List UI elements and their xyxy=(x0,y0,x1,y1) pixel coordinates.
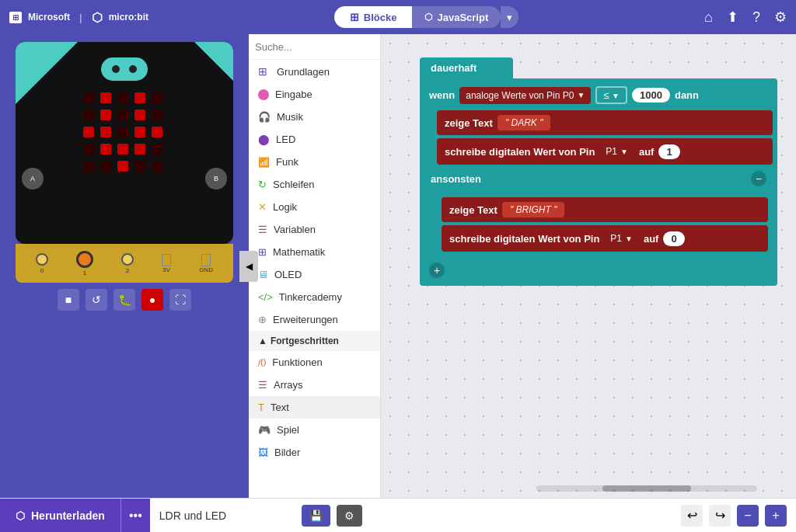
schreibe-digital-label: schreibe digitalen Wert von Pin xyxy=(445,146,595,158)
sim-corner-tl xyxy=(16,42,78,104)
tab-js-button[interactable]: ⬡ JavaScript xyxy=(412,6,501,28)
led-4-1 xyxy=(100,161,111,172)
pin-p1-dropdown-1[interactable]: P1 ▼ xyxy=(599,143,634,160)
eingabe-dot xyxy=(258,89,269,100)
sidebar-item-grundlagen[interactable]: ⊞ Grundlagen xyxy=(249,60,380,83)
share-icon[interactable]: ⬆ xyxy=(727,9,738,26)
zoom-out-button[interactable]: − xyxy=(737,505,759,527)
main-area: A B 0 1 2 3V GND xyxy=(0,34,796,498)
tab-dropdown-button[interactable]: ▾ xyxy=(501,6,518,28)
sidebar-item-logik[interactable]: ✕ Logik xyxy=(249,196,380,218)
sim-debug-button[interactable]: 🐛 xyxy=(113,289,135,311)
sidebar-item-mathematik[interactable]: ⊞ Mathematik xyxy=(249,241,380,263)
sidebar-item-musik[interactable]: 🎧 Musik xyxy=(249,106,380,128)
analog-pin-dropdown[interactable]: analoge Werte von Pin P0 ▼ xyxy=(459,87,591,104)
brand: ⊞ Microsoft | ⬡ micro:bit xyxy=(9,10,148,25)
canvas-area[interactable]: dauerhaft wenn analoge Werte von Pin P0 … xyxy=(381,34,796,498)
block-plus-row: + xyxy=(424,259,773,281)
pin-p1-dropdown-2[interactable]: P1 ▼ xyxy=(604,230,639,247)
sidebar-bilder-label: Bilder xyxy=(274,447,300,458)
sidebar-variablen-label: Variablen xyxy=(274,224,316,235)
sim-restart-button[interactable]: ↺ xyxy=(86,289,107,311)
plus-button[interactable]: + xyxy=(429,263,445,278)
sim-pin-2: 2 xyxy=(121,253,134,274)
download-label: Herunterladen xyxy=(31,509,105,522)
wert-1[interactable]: 1 xyxy=(658,144,679,159)
topnav: ⊞ Microsoft | ⬡ micro:bit ⊞ Blöcke ⬡ Jav… xyxy=(0,0,796,34)
home-icon[interactable]: ⌂ xyxy=(704,9,713,26)
sidebar-spiel-label: Spiel xyxy=(277,424,299,436)
chevron-up-icon: ▲ xyxy=(258,336,267,346)
bright-value[interactable]: " BRIGHT " xyxy=(502,202,565,217)
search-input[interactable] xyxy=(255,41,381,53)
tab-js-label: JavaScript xyxy=(437,12,488,23)
sidebar-item-funk[interactable]: 📶 Funk xyxy=(249,151,380,173)
sidebar-item-text[interactable]: T Text xyxy=(249,396,380,419)
sim-fullscreen-button[interactable]: ⛶ xyxy=(169,289,191,311)
sidebar-item-erweiterungen[interactable]: ⊕ Erweiterungen xyxy=(249,308,380,331)
sidebar-item-bilder[interactable]: 🖼 Bilder xyxy=(249,441,380,464)
sidebar-item-eingabe[interactable]: Eingabe xyxy=(249,83,380,106)
block-schreibe-1[interactable]: schreibe digitalen Wert von Pin P1 ▼ auf… xyxy=(437,138,773,165)
more-dots-icon: ••• xyxy=(129,509,142,522)
p1-label-2: P1 xyxy=(610,233,622,244)
erweiterungen-icon: ⊕ xyxy=(258,314,267,325)
download-more-button[interactable]: ••• xyxy=(120,499,150,533)
led-3-1 xyxy=(100,144,111,155)
dropdown-arrow: ▼ xyxy=(577,91,585,99)
sidebar-item-led[interactable]: ⬤ LED xyxy=(249,128,380,151)
undo-button[interactable]: ↩ xyxy=(681,505,703,527)
sidebar-item-schleifen[interactable]: ↻ Schleifen xyxy=(249,173,380,196)
sidebar-item-oled[interactable]: 🖥 OLED xyxy=(249,263,380,286)
sidebar-item-spiel[interactable]: 🎮 Spiel xyxy=(249,419,380,441)
download-button[interactable]: ⬡ Herunterladen xyxy=(0,499,120,533)
arrays-icon: ☰ xyxy=(258,379,267,391)
led-4-4 xyxy=(152,161,162,172)
sidebar-item-arrays[interactable]: ☰ Arrays xyxy=(249,374,380,396)
redo-button[interactable]: ↪ xyxy=(709,505,731,527)
sidebar-item-funktionen[interactable]: 𝑓() Funktionen xyxy=(249,351,380,374)
sim-button-a[interactable]: A xyxy=(22,168,44,190)
project-name-input[interactable] xyxy=(159,509,295,522)
blocks-icon: ⊞ xyxy=(350,11,359,23)
sim-collapse-button[interactable]: ◀ xyxy=(239,251,258,282)
sim-stop-button[interactable]: ■ xyxy=(58,289,79,311)
dark-label: " DARK " xyxy=(505,117,543,128)
block-zeige-bright[interactable]: zeige Text " BRIGHT " xyxy=(442,197,768,222)
save-button[interactable]: 💾 xyxy=(302,505,330,527)
led-1-4 xyxy=(152,110,162,120)
led-4-0 xyxy=(83,161,94,172)
sidebar-item-tinkercademy[interactable]: </> Tinkercademy xyxy=(249,286,380,308)
block-forever[interactable]: dauerhaft xyxy=(420,57,513,78)
sidebar-eingabe-label: Eingabe xyxy=(275,89,312,100)
block-zeige-dark[interactable]: zeige Text " DARK " xyxy=(437,110,773,135)
sim-button-b[interactable]: B xyxy=(205,168,227,190)
schreibe-digital-label-2: schreibe digitalen Wert von Pin xyxy=(449,233,599,245)
sim-led-grid xyxy=(83,92,166,175)
block-schreibe-0[interactable]: schreibe digitalen Wert von Pin P1 ▼ auf… xyxy=(442,225,768,252)
sim-pins: 0 1 2 3V GND xyxy=(16,244,233,283)
tinkercademy-icon: </> xyxy=(258,291,273,303)
sidebar-advanced-section[interactable]: ▲ Fortgeschritten xyxy=(249,331,380,351)
led-2-0 xyxy=(83,127,94,137)
sidebar-item-variablen[interactable]: ☰ Variablen xyxy=(249,218,380,241)
sidebar-funk-label: Funk xyxy=(276,156,298,168)
led-1-3 xyxy=(134,110,145,120)
value-1000[interactable]: 1000 xyxy=(632,88,670,103)
wert-0[interactable]: 0 xyxy=(663,231,684,246)
tab-blocke-button[interactable]: ⊞ Blöcke xyxy=(334,6,413,28)
sim-controls: ■ ↺ 🐛 ● ⛶ xyxy=(58,289,191,311)
help-icon[interactable]: ? xyxy=(752,9,760,26)
minus-button[interactable]: − xyxy=(751,171,766,186)
sim-pin-0: 0 xyxy=(36,253,48,274)
canvas-scrollbar[interactable] xyxy=(536,485,757,492)
sim-record-button[interactable]: ● xyxy=(141,289,163,311)
settings-icon[interactable]: ⚙ xyxy=(774,9,787,26)
sidebar: 🔍 ⊞ Grundlagen Eingabe 🎧 Musik ⬤ LED 📶 F… xyxy=(249,34,381,498)
dark-value[interactable]: " DARK " xyxy=(498,115,551,130)
zoom-in-button[interactable]: + xyxy=(765,505,787,527)
variablen-icon: ☰ xyxy=(258,224,267,235)
lte-operator[interactable]: ≤ ▼ xyxy=(595,86,627,104)
github-button[interactable]: ⚙ xyxy=(337,505,362,527)
led-0-2 xyxy=(117,92,128,103)
